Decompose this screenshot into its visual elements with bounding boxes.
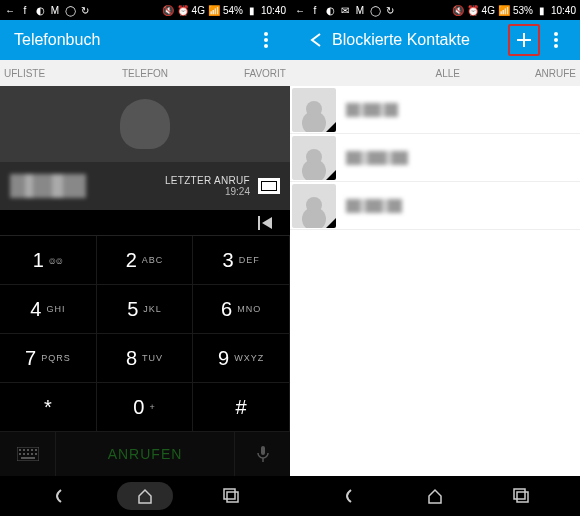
call-button[interactable]: ANRUFEN — [56, 446, 234, 462]
svg-rect-25 — [517, 492, 528, 502]
last-call-banner[interactable]: LETZTER ANRUF 19:24 — [0, 162, 290, 210]
network-icon: 4G — [192, 5, 205, 16]
tab-calls[interactable]: ANRUFE — [490, 68, 580, 79]
signal-icon: 📶 — [498, 4, 510, 16]
facebook-icon: f — [309, 4, 321, 16]
clock-text: 10:40 — [551, 5, 576, 16]
keyboard-toggle-icon[interactable] — [0, 432, 56, 476]
list-item[interactable] — [290, 134, 580, 182]
back-arrow-icon: ← — [294, 4, 306, 16]
signal-icon: 📶 — [208, 4, 220, 16]
list-item[interactable] — [290, 182, 580, 230]
svg-rect-13 — [31, 453, 33, 455]
app-header: Blockierte Kontakte — [290, 20, 580, 60]
last-call-time: 19:24 — [165, 186, 250, 197]
call-row: ANRUFEN — [0, 432, 290, 476]
svg-rect-16 — [261, 446, 265, 455]
svg-rect-6 — [23, 449, 25, 451]
svg-point-1 — [264, 38, 268, 42]
svg-rect-26 — [514, 489, 525, 499]
add-contact-button[interactable] — [508, 24, 540, 56]
key-8[interactable]: 8TUV — [97, 334, 194, 383]
go-to-start-icon[interactable] — [258, 216, 276, 230]
clock-text: 10:40 — [261, 5, 286, 16]
svg-point-22 — [554, 32, 558, 36]
svg-point-24 — [554, 44, 558, 48]
status-bar: ← f ◐ M ◯ ↻ 🔇 ⏰ 4G 📶 54% ▮ 10:40 — [0, 0, 290, 20]
svg-point-2 — [264, 44, 268, 48]
tab-list[interactable]: UFLISTE — [0, 68, 97, 79]
key-hash[interactable]: # — [193, 383, 290, 432]
alarm-icon: ⏰ — [467, 4, 479, 16]
nav-home-icon[interactable] — [407, 482, 463, 510]
key-7[interactable]: 7PQRS — [0, 334, 97, 383]
overflow-menu-icon[interactable] — [540, 24, 572, 56]
key-4[interactable]: 4GHI — [0, 285, 97, 334]
facebook-icon: f — [19, 4, 31, 16]
app-header: Telefonbuch — [0, 20, 290, 60]
svg-rect-5 — [19, 449, 21, 451]
contact-avatar-area — [0, 86, 290, 162]
contact-name-redacted — [346, 103, 398, 117]
svg-point-0 — [264, 32, 268, 36]
contact-card-icon[interactable] — [258, 178, 280, 194]
key-9[interactable]: 9WXYZ — [193, 334, 290, 383]
mail-icon: ✉ — [339, 4, 351, 16]
tab-bar: UFLISTE TELEFON FAVORIT — [0, 60, 290, 86]
key-0[interactable]: 0+ — [97, 383, 194, 432]
svg-rect-19 — [224, 489, 235, 499]
svg-rect-7 — [27, 449, 29, 451]
key-5[interactable]: 5JKL — [97, 285, 194, 334]
mute-icon: 🔇 — [452, 4, 464, 16]
blocked-contacts-list — [290, 86, 580, 476]
instagram-icon: ◐ — [324, 4, 336, 16]
svg-rect-11 — [23, 453, 25, 455]
dialpad: 1⌾⌾ 2ABC 3DEF 4GHI 5JKL 6MNO 7PQRS 8TUV … — [0, 236, 290, 432]
blocked-contacts-screen: ← f ◐ ✉ M ◯ ↻ 🔇 ⏰ 4G 📶 53% ▮ 10:40 Block… — [290, 0, 580, 516]
back-icon[interactable] — [304, 24, 332, 56]
alarm-icon: ⏰ — [177, 4, 189, 16]
svg-rect-3 — [258, 216, 260, 230]
key-6[interactable]: 6MNO — [193, 285, 290, 334]
tab-all[interactable]: ALLE — [290, 68, 490, 79]
sync-icon: ↻ — [79, 4, 91, 16]
svg-rect-9 — [35, 449, 37, 451]
nav-back-icon[interactable] — [31, 482, 87, 510]
nav-recent-icon[interactable] — [494, 482, 550, 510]
svg-rect-15 — [21, 457, 35, 459]
avatar-icon — [292, 136, 336, 180]
avatar-placeholder-icon — [120, 99, 170, 149]
battery-icon: ▮ — [246, 4, 258, 16]
mute-icon: 🔇 — [162, 4, 174, 16]
separator-row — [0, 210, 290, 236]
svg-point-23 — [554, 38, 558, 42]
tab-bar: ALLE ANRUFE — [290, 60, 580, 86]
gmail-icon: M — [354, 4, 366, 16]
svg-rect-18 — [227, 492, 238, 502]
battery-text: 54% — [223, 5, 243, 16]
key-3[interactable]: 3DEF — [193, 236, 290, 285]
nav-home-icon[interactable] — [117, 482, 173, 510]
nav-back-icon[interactable] — [321, 482, 377, 510]
tab-favorites[interactable]: FAVORIT — [193, 68, 290, 79]
camera-icon: ◯ — [64, 4, 76, 16]
sync-icon: ↻ — [384, 4, 396, 16]
svg-rect-12 — [27, 453, 29, 455]
contact-name-redacted — [10, 174, 86, 198]
gmail-icon: M — [49, 4, 61, 16]
status-bar: ← f ◐ ✉ M ◯ ↻ 🔇 ⏰ 4G 📶 53% ▮ 10:40 — [290, 0, 580, 20]
nav-recent-icon[interactable] — [204, 482, 260, 510]
svg-rect-14 — [35, 453, 37, 455]
key-star[interactable]: * — [0, 383, 97, 432]
key-1[interactable]: 1⌾⌾ — [0, 236, 97, 285]
overflow-menu-icon[interactable] — [250, 24, 282, 56]
last-call-label: LETZTER ANRUF — [165, 175, 250, 186]
avatar-icon — [292, 184, 336, 228]
mic-icon[interactable] — [234, 432, 290, 476]
svg-rect-10 — [19, 453, 21, 455]
tab-phone[interactable]: TELEFON — [97, 68, 192, 79]
key-2[interactable]: 2ABC — [97, 236, 194, 285]
list-item[interactable] — [290, 86, 580, 134]
contact-name-redacted — [346, 199, 402, 213]
avatar-icon — [292, 88, 336, 132]
